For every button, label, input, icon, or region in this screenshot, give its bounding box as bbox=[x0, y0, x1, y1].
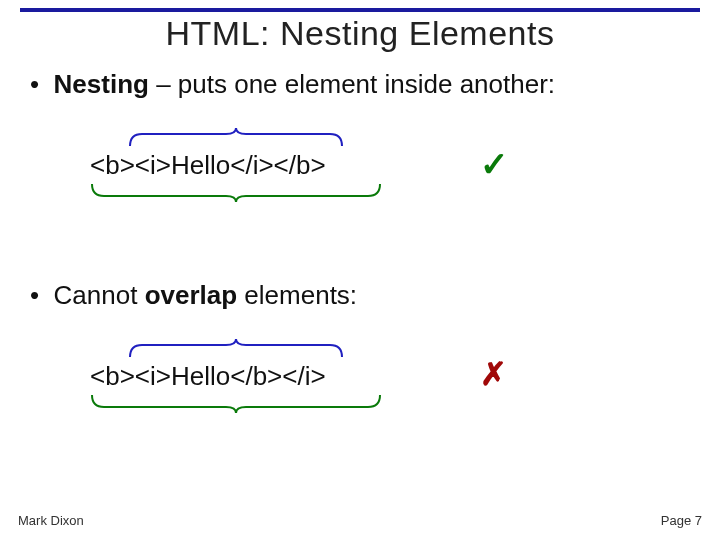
example-1: <b><i>Hello</i></b> ✓ bbox=[90, 120, 690, 210]
bracket-bottom-2 bbox=[86, 391, 386, 417]
bracket-top-1 bbox=[126, 126, 346, 150]
code-example-1: <b><i>Hello</i></b> bbox=[90, 150, 326, 181]
bracket-top-2 bbox=[126, 337, 346, 361]
bullet-2-prefix: Cannot bbox=[54, 280, 145, 310]
bullet-1-bold: Nesting bbox=[54, 69, 149, 99]
slide-title: HTML: Nesting Elements bbox=[20, 14, 700, 53]
check-icon: ✓ bbox=[480, 144, 508, 184]
bullet-2-bold: overlap bbox=[145, 280, 238, 310]
code-example-2: <b><i>Hello</b></i> bbox=[90, 361, 326, 392]
bracket-bottom-1 bbox=[86, 180, 386, 206]
example-2: <b><i>Hello</b></i> ✗ bbox=[90, 331, 690, 421]
cross-icon: ✗ bbox=[480, 355, 507, 393]
footer-page: Page 7 bbox=[661, 513, 702, 528]
bullet-2: • Cannot overlap elements: bbox=[30, 280, 690, 311]
footer-author: Mark Dixon bbox=[18, 513, 84, 528]
bullet-2-rest: elements: bbox=[237, 280, 357, 310]
bullet-1-rest: – puts one element inside another: bbox=[149, 69, 555, 99]
title-bar: HTML: Nesting Elements bbox=[20, 8, 700, 53]
bullet-1: • Nesting – puts one element inside anot… bbox=[30, 69, 690, 100]
slide-content: • Nesting – puts one element inside anot… bbox=[0, 53, 720, 421]
